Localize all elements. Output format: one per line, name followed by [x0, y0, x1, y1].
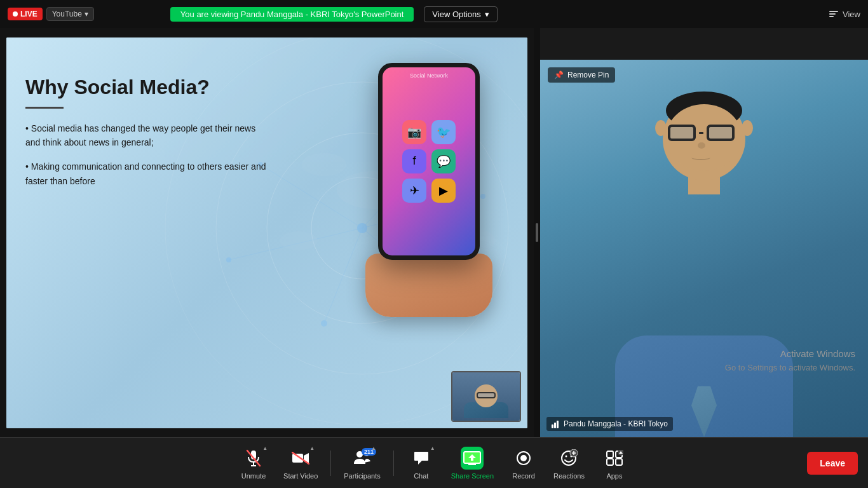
chevron-down-icon: ▾: [85, 10, 88, 18]
slide-area: 📷 🐦 f 💬 ✈ ▶ Social Network Why Social Me…: [0, 28, 534, 437]
view-icon: [829, 9, 839, 19]
chat-icon-area: ▲: [410, 447, 433, 470]
share-screen-icon-area: [461, 447, 484, 470]
view-label: View: [843, 10, 860, 19]
app-icon-whatsapp: 💬: [431, 149, 456, 173]
app-icon-telegram: ✈: [402, 179, 426, 203]
slide-point-2: • Making communication and connecting to…: [25, 159, 267, 188]
share-screen-button[interactable]: Share Screen: [444, 447, 501, 480]
slide-title: Why Social Media?: [25, 76, 267, 99]
svg-point-26: [357, 223, 367, 233]
video-expand-arrow: ▲: [309, 445, 315, 451]
apps-label: Apps: [606, 472, 622, 480]
share-screen-icon: [463, 451, 481, 465]
chevron-down-icon: ▾: [485, 10, 489, 19]
apps-button[interactable]: Apps: [592, 447, 637, 480]
slide-divider: [25, 107, 64, 109]
reactions-icon: [560, 449, 578, 467]
unmute-button[interactable]: ▲ Unmute: [231, 447, 276, 480]
webcam-area: 📌 Remove Pin Pandu Manggala - KBRI Tokyo…: [540, 28, 868, 437]
slide-content: Why Social Media? • Social media has cha…: [25, 76, 267, 199]
apps-icon-area: [603, 447, 626, 470]
windows-activate-title: Activate Windows: [725, 347, 855, 362]
apps-icon: [606, 450, 623, 466]
webcam-person-head: [663, 98, 745, 180]
toolbar: ▲ Unmute ▲ Start Video 211 ▲ P: [0, 437, 868, 488]
divider-handle: [536, 223, 538, 242]
view-options-button[interactable]: View Options ▾: [424, 6, 497, 22]
unmute-label: Unmute: [241, 472, 266, 480]
svg-rect-51: [607, 451, 613, 458]
svg-point-16: [302, 153, 346, 176]
start-video-button[interactable]: ▲ Start Video: [276, 447, 325, 480]
slide-container: 📷 🐦 f 💬 ✈ ▶ Social Network Why Social Me…: [6, 37, 527, 428]
app-icon-instagram: 📷: [402, 120, 426, 144]
main-area: 📷 🐦 f 💬 ✈ ▶ Social Network Why Social Me…: [0, 28, 868, 437]
start-video-label: Start Video: [283, 472, 318, 480]
reactions-button[interactable]: Reactions: [546, 447, 592, 480]
participants-expand-arrow: ▲: [371, 445, 376, 451]
svg-rect-53: [607, 459, 613, 465]
svg-rect-1: [829, 13, 836, 15]
presenter-video-small: [452, 372, 520, 421]
reactions-label: Reactions: [553, 472, 585, 480]
toolbar-divider-1: [330, 451, 331, 476]
toolbar-divider-2: [393, 451, 394, 476]
webcam-top-spacer: [540, 28, 868, 60]
record-button[interactable]: Record: [501, 447, 546, 480]
windows-activation-notice: Activate Windows Go to Settings to activ…: [725, 347, 855, 374]
windows-activate-subtitle: Go to Settings to activate Windows.: [725, 362, 855, 374]
phone-area: 📷 🐦 f 💬 ✈ ▶ Social Network: [378, 63, 492, 317]
leave-label: Leave: [820, 458, 845, 468]
app-icon-facebook: f: [402, 149, 426, 173]
participants-button[interactable]: 211 ▲ Participants: [336, 447, 388, 480]
chat-icon: [413, 450, 430, 466]
svg-line-12: [324, 228, 362, 323]
reactions-icon-area: [557, 447, 580, 470]
svg-point-44: [520, 455, 527, 461]
leave-button[interactable]: Leave: [807, 452, 858, 475]
live-label: LIVE: [20, 10, 37, 18]
svg-rect-29: [557, 421, 559, 428]
signal-icon: [552, 419, 560, 428]
hand-mockup: [365, 254, 492, 317]
svg-point-24: [226, 257, 231, 262]
svg-rect-0: [829, 11, 838, 12]
record-label: Record: [512, 472, 534, 480]
slide-point-1: • Social media has changed the way peopl…: [25, 121, 267, 150]
svg-point-19: [280, 231, 318, 250]
mic-icon-area: ▲: [242, 447, 265, 470]
youtube-button[interactable]: YouTube ▾: [46, 7, 94, 21]
remove-pin-label: Remove Pin: [567, 71, 609, 79]
record-icon-area: [512, 447, 535, 470]
live-badge: LIVE: [8, 8, 43, 20]
webcam-video: 📌 Remove Pin Pandu Manggala - KBRI Tokyo…: [540, 60, 868, 437]
app-icon-youtube: ▶: [431, 179, 456, 203]
speaker-name: Pandu Manggala - KBRI Tokyo: [564, 419, 668, 428]
view-right: View: [829, 9, 860, 19]
svg-rect-54: [616, 459, 622, 465]
svg-point-46: [566, 455, 567, 457]
record-icon: [515, 450, 532, 466]
participants-icon-area: 211 ▲: [351, 447, 374, 470]
unmute-expand-arrow: ▲: [262, 445, 268, 451]
svg-rect-2: [829, 16, 834, 17]
video-icon: [292, 452, 309, 464]
svg-rect-28: [554, 423, 556, 428]
phone-mockup: 📷 🐦 f 💬 ✈ ▶ Social Network: [378, 63, 480, 260]
slide-points: • Social media has changed the way peopl…: [25, 121, 267, 189]
presenter-thumbnail: [451, 371, 521, 422]
app-icon-twitter: 🐦: [431, 120, 456, 144]
share-screen-label: Share Screen: [451, 472, 494, 480]
view-options-label: View Options: [432, 10, 480, 19]
sharing-notice: You are viewing Pandu Manggala - KBRI To…: [170, 7, 414, 22]
svg-rect-27: [552, 424, 553, 428]
panel-divider: [534, 28, 540, 437]
remove-pin-button[interactable]: 📌 Remove Pin: [548, 67, 615, 83]
top-bar: LIVE YouTube ▾ You are viewing Pandu Man…: [0, 0, 868, 28]
mic-icon: [246, 449, 261, 467]
youtube-label: YouTube: [52, 10, 82, 18]
phone-screen-label: Social Network: [410, 72, 448, 79]
chat-label: Chat: [414, 472, 428, 480]
chat-button[interactable]: ▲ Chat: [399, 447, 444, 480]
